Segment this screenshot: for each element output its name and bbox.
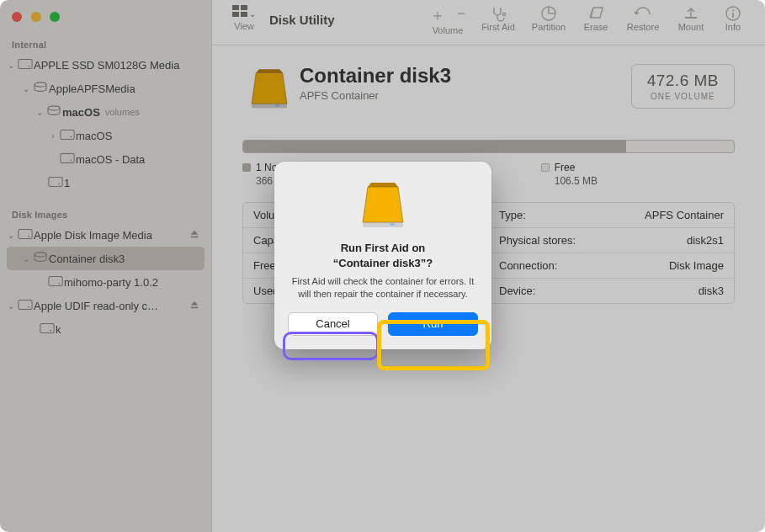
sidebar-item-label: mihomo-party 1.0.2 <box>64 276 205 289</box>
first-aid-icon <box>490 5 507 22</box>
window-controls <box>0 7 211 33</box>
sidebar-item-volume-1[interactable]: 1 <box>0 171 211 194</box>
toolbar-label: Partition <box>532 22 566 32</box>
eject-icon[interactable] <box>189 229 205 242</box>
sidebar-item-label: APPLE SSD SM0128G Media <box>34 59 205 72</box>
legend-value: 106.5 MB <box>555 175 598 187</box>
sidebar-item-macos-data[interactable]: macOS - Data <box>0 147 211 171</box>
prop-key: Connection: <box>499 259 557 272</box>
close-icon[interactable] <box>12 12 22 22</box>
drive-icon <box>17 299 34 312</box>
prop-value: disk2s1 <box>687 234 724 247</box>
cancel-button[interactable]: Cancel <box>288 312 378 336</box>
drive-icon <box>17 58 34 72</box>
legend-label: Free <box>555 162 576 173</box>
toolbar-volume[interactable]: ＋− Volume <box>425 5 470 35</box>
drive-icon <box>17 228 34 242</box>
sidebar-heading-images: Disk Images <box>0 203 211 223</box>
sidebar-item-label: Apple UDIF read-only c… <box>34 300 189 312</box>
drive-icon <box>59 129 76 142</box>
legend-swatch-free <box>541 163 550 172</box>
prop-key: Device: <box>499 285 535 297</box>
zoom-icon[interactable] <box>50 12 60 22</box>
toolbar-restore[interactable]: Restore <box>620 5 666 32</box>
sidebar-item-label: Apple Disk Image Media <box>34 229 189 242</box>
capacity-box: 472.6 MB ONE VOLUME <box>631 64 735 109</box>
sidebar-item-apple-dmg[interactable]: ⌄ Apple Disk Image Media <box>0 223 211 247</box>
sidebar-item-udif[interactable]: ⌄ Apple UDIF read-only c… <box>0 294 211 317</box>
stack-icon <box>32 82 49 96</box>
chevron-down-icon[interactable]: ⌄ <box>20 254 32 263</box>
dialog-title: Run First Aid on“Container disk3”? <box>288 241 478 270</box>
sidebar-heading-internal: Internal <box>0 33 211 53</box>
dialog-body: First Aid will check the container for e… <box>288 275 478 301</box>
chevron-down-icon[interactable]: ⌄ <box>5 231 17 240</box>
sidebar-item-macos-container[interactable]: ⌄ macOS volumes <box>0 100 211 124</box>
restore-icon <box>634 5 652 22</box>
external-disk-icon <box>356 177 410 231</box>
sidebar-item-container-disk3[interactable]: ⌄ Container disk3 <box>7 247 205 270</box>
toolbar-label: Erase <box>584 22 608 32</box>
chevron-right-icon[interactable]: › <box>47 131 59 141</box>
stack-icon <box>32 252 49 266</box>
run-button[interactable]: Run <box>388 312 478 336</box>
legend-swatch-used <box>242 163 251 172</box>
stack-icon <box>45 105 62 120</box>
toolbar-info[interactable]: Info <box>716 5 750 32</box>
mount-icon <box>683 5 699 22</box>
toolbar-view[interactable]: ⌄ View <box>224 5 264 31</box>
sidebar-item-label: AppleAPFSMedia <box>49 82 205 95</box>
sidebar: Internal ⌄ APPLE SSD SM0128G Media ⌄ App… <box>0 0 212 532</box>
sidebar-item-apfs-media[interactable]: ⌄ AppleAPFSMedia <box>0 77 211 100</box>
drive-icon <box>59 152 76 166</box>
sidebar-item-macos-volume[interactable]: › macOS <box>0 124 211 147</box>
sidebar-item-label: macOS <box>62 106 100 119</box>
page-title: Container disk3 <box>300 64 631 88</box>
usage-bar-used <box>243 141 626 152</box>
prop-value: APFS Container <box>645 209 724 221</box>
sidebar-item-k[interactable]: k <box>0 317 211 341</box>
prop-value: disk3 <box>699 285 724 297</box>
first-aid-dialog: Run First Aid on“Container disk3”? First… <box>274 162 491 349</box>
sidebar-item-label: 1 <box>64 177 205 189</box>
view-grid-icon: ⌄ <box>232 5 256 20</box>
partition-icon <box>540 5 557 22</box>
toolbar-label: View <box>234 21 254 31</box>
toolbar: ⌄ View Disk Utility ＋− Volume First Aid … <box>212 0 765 45</box>
page-subtitle: APFS Container <box>300 89 631 102</box>
toolbar-label: Info <box>725 22 741 32</box>
toolbar-first-aid[interactable]: First Aid <box>475 5 521 32</box>
capacity-caption: ONE VOLUME <box>647 92 719 101</box>
chevron-down-icon[interactable]: ⌄ <box>5 301 17 311</box>
toolbar-erase[interactable]: Erase <box>576 5 615 32</box>
toolbar-partition[interactable]: Partition <box>526 5 571 32</box>
usage-bar <box>242 140 735 153</box>
minimize-icon[interactable] <box>31 12 41 22</box>
sidebar-item-mihomo[interactable]: mihomo-party 1.0.2 <box>0 270 211 294</box>
sidebar-item-caption: volumes <box>105 107 140 117</box>
capacity-value: 472.6 MB <box>647 72 719 90</box>
drive-icon <box>47 176 64 189</box>
chevron-down-icon[interactable]: ⌄ <box>20 84 32 93</box>
sidebar-item-ssd[interactable]: ⌄ APPLE SSD SM0128G Media <box>0 53 211 77</box>
info-icon <box>725 5 741 22</box>
sidebar-item-label: Container disk3 <box>49 253 198 265</box>
prop-key: Type: <box>499 209 526 221</box>
chevron-down-icon[interactable]: ⌄ <box>5 61 17 70</box>
drive-icon <box>39 322 56 336</box>
sidebar-item-label: macOS <box>76 130 205 142</box>
toolbar-mount[interactable]: Mount <box>671 5 711 32</box>
toolbar-label: First Aid <box>481 22 515 32</box>
eject-icon[interactable] <box>189 300 205 312</box>
toolbar-label: Volume <box>433 25 464 35</box>
toolbar-label: Mount <box>678 22 704 32</box>
toolbar-label: Restore <box>627 22 660 32</box>
prop-key: Physical stores: <box>499 234 576 247</box>
drive-icon <box>47 275 64 289</box>
erase-icon <box>587 5 605 22</box>
external-disk-icon <box>242 64 296 111</box>
sidebar-item-label: macOS - Data <box>76 153 205 166</box>
prop-value: Disk Image <box>669 259 724 272</box>
chevron-down-icon[interactable]: ⌄ <box>34 108 45 117</box>
app-title: Disk Utility <box>269 13 335 27</box>
